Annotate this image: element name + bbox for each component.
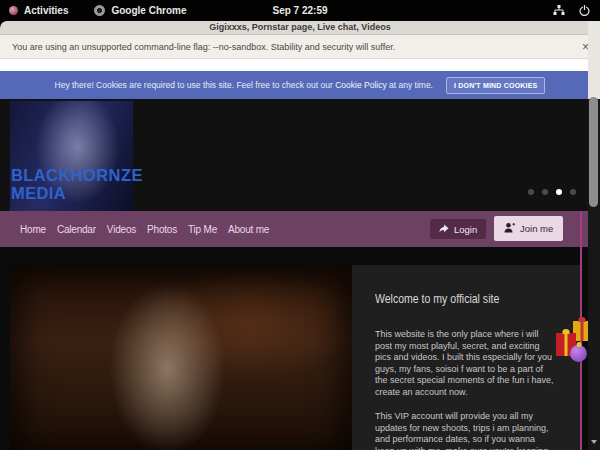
site-logo-link[interactable]: BLACKHORNZE MEDIA: [11, 166, 143, 202]
network-icon[interactable]: [553, 5, 565, 16]
nav-item-tip-me[interactable]: Tip Me: [188, 224, 217, 235]
login-button[interactable]: Login: [430, 219, 486, 239]
cookie-banner: Hey there! Cookies are required to use t…: [0, 71, 600, 99]
login-arrow-icon: [439, 224, 449, 235]
screen: Activities Google Chrome Sep 7 22:59: [0, 0, 600, 450]
carousel-dots: [528, 189, 576, 195]
cookie-accept-button[interactable]: I DON'T MIND COOKIES: [446, 77, 545, 94]
hero-photo: [10, 265, 352, 450]
scrollbar-track[interactable]: [588, 21, 600, 99]
content-panel: Welcome to my official site This website…: [352, 265, 580, 450]
nav-item-home[interactable]: Home: [20, 224, 46, 235]
activities-label: Activities: [24, 5, 68, 16]
welcome-heading: Welcome to my official site: [375, 291, 535, 306]
join-label: Join me: [520, 223, 553, 234]
power-icon[interactable]: [579, 5, 590, 16]
scrollbar: [588, 21, 600, 450]
site-page: BLACKHORNZE MEDIA Home Calendar Videos P…: [0, 99, 600, 450]
carousel-dot[interactable]: [542, 189, 548, 195]
login-label: Login: [454, 224, 477, 235]
carousel-dot[interactable]: [570, 189, 576, 195]
gift-icon: [570, 345, 587, 362]
scroll-down-arrow-icon[interactable]: [591, 440, 597, 444]
cookie-message: Hey there! Cookies are required to use t…: [55, 80, 433, 90]
browser-infobar: You are using an unsupported command-lin…: [0, 35, 600, 59]
scrollbar-thumb[interactable]: [589, 97, 598, 207]
site-nav: Home Calendar Videos Photos Tip Me About…: [0, 211, 600, 247]
person-add-icon: [504, 222, 515, 235]
nav-list: Home Calendar Videos Photos Tip Me About…: [20, 211, 269, 247]
nav-item-calendar[interactable]: Calendar: [57, 224, 96, 235]
cookie-message-before: Hey there! Cookies are required to use t…: [55, 80, 336, 90]
intro-paragraph: This website is the only place where i w…: [375, 329, 557, 398]
nav-item-photos[interactable]: Photos: [147, 224, 177, 235]
carousel-dot[interactable]: [528, 189, 534, 195]
system-tray: [553, 0, 590, 21]
nav-item-videos[interactable]: Videos: [107, 224, 136, 235]
join-me-button[interactable]: Join me: [494, 216, 563, 241]
site-header: BLACKHORNZE MEDIA: [0, 99, 600, 211]
clock[interactable]: Sep 7 22:59: [272, 5, 327, 16]
infobar-message: You are using an unsupported command-lin…: [12, 42, 395, 52]
carousel-dot[interactable]: [556, 189, 562, 195]
chrome-icon: [94, 5, 105, 16]
activities-button[interactable]: Activities: [9, 5, 68, 16]
cookie-message-after: at any time.: [387, 80, 433, 90]
tab-title: Gigixxxs, Pornstar page, Live chat, Vide…: [0, 22, 600, 32]
page-top-gap: [0, 59, 600, 71]
logo-line-2: MEDIA: [11, 184, 143, 202]
vip-paragraph: This VIP account will provide you all my…: [375, 411, 557, 450]
system-bar: Activities Google Chrome Sep 7 22:59: [0, 0, 600, 21]
logo-line-1: BLACKHORNZE: [11, 166, 143, 184]
browser-tab-strip: Gigixxxs, Pornstar page, Live chat, Vide…: [0, 21, 600, 35]
site-main: Welcome to my official site This website…: [0, 247, 600, 450]
app-menu-label: Google Chrome: [111, 5, 186, 16]
cookie-policy-link[interactable]: Cookie Policy: [335, 80, 387, 90]
nav-item-about-me[interactable]: About me: [228, 224, 269, 235]
record-dot-icon: [9, 6, 18, 15]
app-menu-button[interactable]: Google Chrome: [94, 5, 186, 16]
